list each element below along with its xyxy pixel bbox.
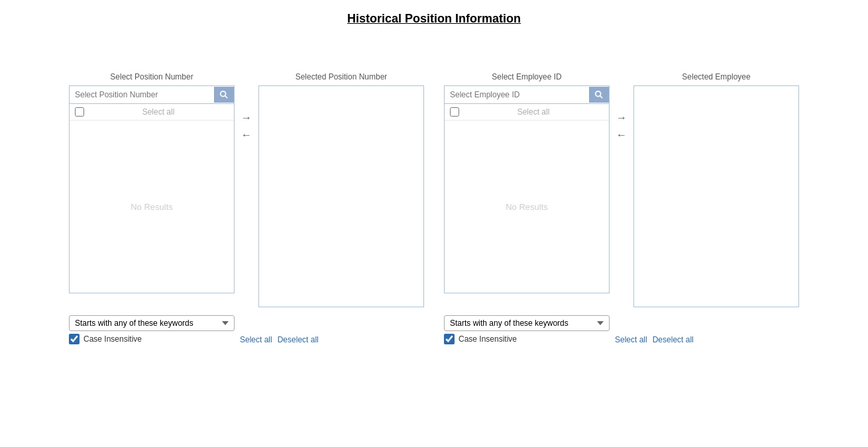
position-move-right-button[interactable]: → [241, 112, 252, 124]
position-case-checkbox[interactable] [69, 334, 80, 344]
employee-move-left-button[interactable]: ← [616, 129, 627, 141]
employee-panels: Select Employee ID [444, 72, 799, 307]
position-search-button[interactable] [214, 87, 234, 103]
position-listbox: Select all No Results [69, 85, 235, 293]
groups-wrapper: Select Position Number [69, 72, 799, 344]
selected-employee-panel: Selected Employee [633, 72, 799, 307]
page-title: Historical Position Information [0, 0, 868, 32]
select-position-label: Select Position Number [110, 72, 193, 81]
employee-bottom-left: Starts with any of these keywords Contai… [444, 311, 610, 344]
employee-search-input[interactable] [445, 86, 589, 103]
employee-search-button[interactable] [589, 87, 609, 103]
employee-select-all-label: Select all [463, 107, 604, 117]
position-select-all-checkbox[interactable] [75, 107, 84, 117]
svg-line-3 [600, 96, 603, 99]
svg-point-0 [221, 91, 226, 97]
svg-line-1 [225, 96, 228, 99]
position-arrow-col: → ← [235, 72, 258, 141]
employee-listbox: Select all No Results [444, 85, 610, 293]
search-icon [219, 90, 229, 99]
selected-employee-label: Selected Employee [682, 72, 750, 81]
employee-no-results: No Results [506, 202, 548, 212]
position-case-row: Case Insensitive [69, 334, 235, 344]
employee-deselect-all-link[interactable]: Deselect all [653, 335, 694, 344]
position-bottom-left: Starts with any of these keywords Contai… [69, 311, 235, 344]
employee-select-all-checkbox[interactable] [450, 107, 459, 117]
position-listbox-body: No Results [70, 121, 234, 293]
employee-select-all-row: Select all [445, 104, 609, 121]
selected-position-box [258, 85, 424, 307]
position-case-label: Case Insensitive [83, 334, 142, 344]
position-move-left-button[interactable]: ← [241, 129, 252, 141]
position-bottom-right: Select all Deselect all [240, 311, 406, 344]
select-position-panel: Select Position Number [69, 72, 235, 293]
employee-move-right-button[interactable]: → [616, 112, 627, 124]
employee-search-header [445, 86, 609, 104]
employee-case-row: Case Insensitive [444, 334, 610, 344]
position-deselect-all-link[interactable]: Deselect all [278, 335, 319, 344]
employee-bottom-right: Select all Deselect all [615, 311, 781, 344]
svg-point-2 [596, 91, 601, 97]
position-select-deselect-row: Select all Deselect all [240, 335, 319, 344]
employee-bottom-actions: Starts with any of these keywords Contai… [444, 311, 781, 344]
select-employee-label: Select Employee ID [492, 72, 561, 81]
position-bottom-actions: Starts with any of these keywords Contai… [69, 311, 406, 344]
position-select-all-link[interactable]: Select all [240, 335, 272, 344]
position-select-all-label: Select all [88, 107, 229, 117]
position-panels: Select Position Number [69, 72, 424, 307]
employee-select-all-link[interactable]: Select all [615, 335, 647, 344]
position-number-group: Select Position Number [69, 72, 424, 344]
position-keyword-dropdown[interactable]: Starts with any of these keywords Contai… [69, 315, 235, 331]
employee-arrow-col: → ← [610, 72, 633, 141]
employee-listbox-body: No Results [445, 121, 609, 293]
selected-position-panel: Selected Position Number [258, 72, 424, 307]
search-icon [594, 90, 604, 99]
employee-keyword-dropdown[interactable]: Starts with any of these keywords Contai… [444, 315, 610, 331]
employee-case-checkbox[interactable] [444, 334, 455, 344]
position-select-all-row: Select all [70, 104, 234, 121]
selected-employee-box [633, 85, 799, 307]
position-no-results: No Results [131, 202, 173, 212]
select-employee-panel: Select Employee ID [444, 72, 610, 293]
employee-case-label: Case Insensitive [459, 334, 517, 344]
employee-select-deselect-row: Select all Deselect all [615, 335, 694, 344]
position-search-header [70, 86, 234, 104]
position-search-input[interactable] [70, 86, 214, 103]
employee-id-group: Select Employee ID [444, 72, 799, 344]
selected-position-label: Selected Position Number [296, 72, 388, 81]
